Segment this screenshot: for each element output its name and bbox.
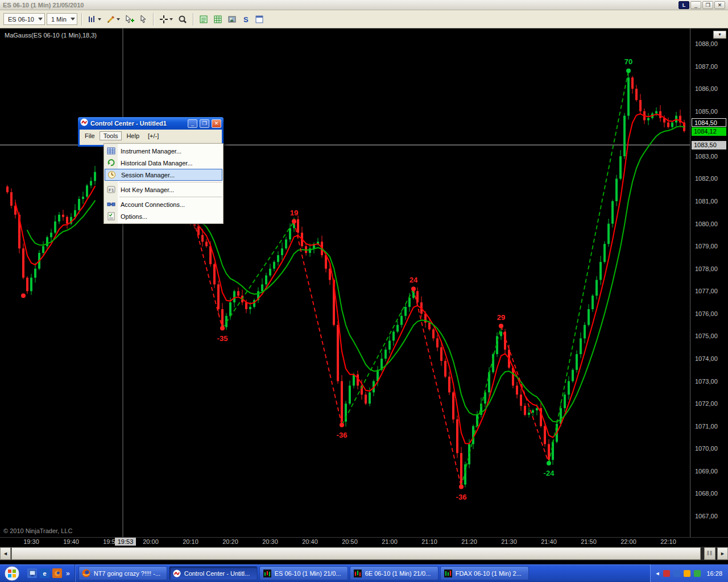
tray-collapse-arrow[interactable]: ◄ xyxy=(655,571,660,576)
pointer-plus-icon xyxy=(125,15,134,24)
ma_fast-line xyxy=(183,114,684,443)
task-es-chart[interactable]: ES 06-10 (1 Min) 21/0... xyxy=(259,566,348,580)
chevron-down-icon xyxy=(98,18,101,20)
price-axis[interactable]: 1088,001087,001086,001085,001083,001082,… xyxy=(695,40,718,519)
price-chart[interactable]: -3519-3624-3629-24701088,001087,001086,0… xyxy=(0,28,728,547)
scroll-left-button[interactable]: ◄ xyxy=(0,547,11,560)
show-desktop-icon[interactable] xyxy=(27,568,37,578)
quicklaunch-overflow-chevron[interactable]: » xyxy=(65,569,71,577)
grid-icon xyxy=(213,15,222,24)
quick-launch: e » xyxy=(24,564,75,582)
instrument-manager-icon xyxy=(104,147,118,155)
pivot-label: 19 xyxy=(290,209,298,217)
pivot-label: 70 xyxy=(624,57,632,66)
task-buttons: NT7 going crazy ?!!!! -... Control Cente… xyxy=(75,566,529,580)
panel-icon xyxy=(255,15,264,24)
time-tick-label: 20:50 xyxy=(342,538,358,545)
menu-item-session-manager[interactable]: Session Manager... xyxy=(105,169,222,181)
pivot-label: -35 xyxy=(217,334,228,343)
price-tick-label: 1073,00 xyxy=(695,378,718,385)
chart-grid-button[interactable] xyxy=(212,13,224,26)
menu-tools[interactable]: Tools xyxy=(100,131,122,140)
hotkey-icon: F1 xyxy=(104,185,118,194)
cc-minimize-button[interactable]: _ xyxy=(188,119,197,128)
task-firefox-window[interactable]: NT7 going crazy ?!!!! -... xyxy=(78,566,167,580)
time-tick-label: 20:00 xyxy=(143,538,159,545)
ninjatrader-icon xyxy=(172,569,181,578)
menu-item-account-connections[interactable]: Account Connections... xyxy=(104,198,223,210)
control-center-title: Control Center - Untitled1 xyxy=(90,120,185,127)
minimize-button[interactable]: _ xyxy=(690,1,701,9)
cc-maximize-button[interactable]: ❒ xyxy=(200,119,209,128)
task-fdax-chart[interactable]: FDAX 06-10 (1 Min) 2... xyxy=(440,566,529,580)
menu-item-instrument-manager[interactable]: Instrument Manager... xyxy=(104,145,223,157)
menu-item-historical-data-manager[interactable]: Historical Data Manager... xyxy=(104,157,223,169)
drawing-tools-button[interactable] xyxy=(105,13,122,26)
time-tick-label: 21:10 xyxy=(421,538,437,545)
menu-item-hot-key-manager[interactable]: F1 Hot Key Manager... xyxy=(104,184,223,196)
control-center-titlebar[interactable]: Control Center - Untitled1 _ ❒ ✕ xyxy=(78,117,224,130)
price-tick-label: 1075,00 xyxy=(695,332,718,339)
chart-style-button[interactable] xyxy=(86,13,103,26)
pivot-dot xyxy=(21,293,26,298)
zoom-button[interactable] xyxy=(176,13,189,26)
system-tray: ◄ 16:28 xyxy=(650,564,728,582)
time-tick-label: 21:30 xyxy=(501,538,517,545)
control-center-menubar: File Tools Help [+/-] xyxy=(80,130,222,142)
time-tick-label: 20:30 xyxy=(262,538,278,545)
cc-close-button[interactable]: ✕ xyxy=(212,119,221,128)
menu-collapse[interactable]: [+/-] xyxy=(144,131,163,140)
log-button[interactable]: L xyxy=(679,1,689,9)
chart-area[interactable]: -3519-3624-3629-24701088,001087,001086,0… xyxy=(0,28,728,547)
chart-window-title: ES 06-10 (1 Min) 21/05/2010 xyxy=(3,2,84,9)
tray-icon-2[interactable] xyxy=(673,570,680,577)
price-tick-label: 1071,00 xyxy=(695,423,718,430)
restore-button[interactable]: ❒ xyxy=(702,1,713,9)
firefox-icon xyxy=(82,569,91,578)
price-tick-label: 1086,00 xyxy=(695,85,718,92)
browser-icon[interactable] xyxy=(52,568,62,578)
close-button[interactable]: ✕ xyxy=(714,1,725,9)
toolbar-separator xyxy=(81,13,82,26)
price-axis-menu-button[interactable]: ▼ xyxy=(713,31,726,39)
account-connections-icon xyxy=(104,200,118,209)
data-box-button[interactable] xyxy=(197,13,210,26)
interval-selector[interactable]: 1 Min xyxy=(47,13,77,25)
chart-icon xyxy=(444,569,453,578)
time-tick-label: 19:30 xyxy=(23,538,39,545)
crosshair-button[interactable] xyxy=(158,13,175,26)
tray-icon-1[interactable] xyxy=(663,570,670,577)
taskbar-clock: 16:28 xyxy=(706,570,722,577)
tray-icon-4[interactable] xyxy=(694,570,701,577)
crosshair xyxy=(0,28,690,537)
snapshot-button[interactable]: S xyxy=(240,13,251,26)
control-center-window[interactable]: Control Center - Untitled1 _ ❒ ✕ File To… xyxy=(78,117,224,147)
time-tick-label: 21:40 xyxy=(541,538,557,545)
add-object-button[interactable] xyxy=(123,13,136,26)
historical-data-icon xyxy=(104,159,118,167)
scrollbar-grip[interactable]: ‖‖ xyxy=(704,547,715,560)
price-tick-label: 1067,00 xyxy=(695,513,718,519)
internet-explorer-icon[interactable]: e xyxy=(40,568,49,578)
time-tick-label: 21:50 xyxy=(581,538,597,545)
start-button[interactable] xyxy=(3,565,20,582)
price-tick-label: 1076,00 xyxy=(695,310,718,317)
scroll-right-button[interactable]: ► xyxy=(717,547,728,560)
chart-panel-button[interactable] xyxy=(253,13,266,26)
tray-icon-3[interactable] xyxy=(684,570,690,577)
pivot-label: -24 xyxy=(544,469,555,477)
task-6e-chart[interactable]: 6E 06-10 (1 Min) 21/0... xyxy=(350,566,439,580)
price-tick-label: 1082,00 xyxy=(695,175,718,182)
task-control-center[interactable]: Control Center - Untitl... xyxy=(169,566,258,580)
pivot-label: -36 xyxy=(337,431,348,439)
save-image-button[interactable] xyxy=(226,13,238,26)
ninjatrader-icon xyxy=(80,118,88,128)
chevron-down-icon xyxy=(117,18,120,20)
instrument-selector[interactable]: ES 06-10 xyxy=(3,13,45,25)
menu-item-options[interactable]: Options... xyxy=(104,210,223,222)
scrollbar-thumb[interactable] xyxy=(11,547,701,560)
menu-help[interactable]: Help xyxy=(122,131,143,140)
price-tick-label: 1085,00 xyxy=(695,108,718,115)
cursor-button[interactable] xyxy=(138,13,149,26)
menu-file[interactable]: File xyxy=(81,131,99,140)
